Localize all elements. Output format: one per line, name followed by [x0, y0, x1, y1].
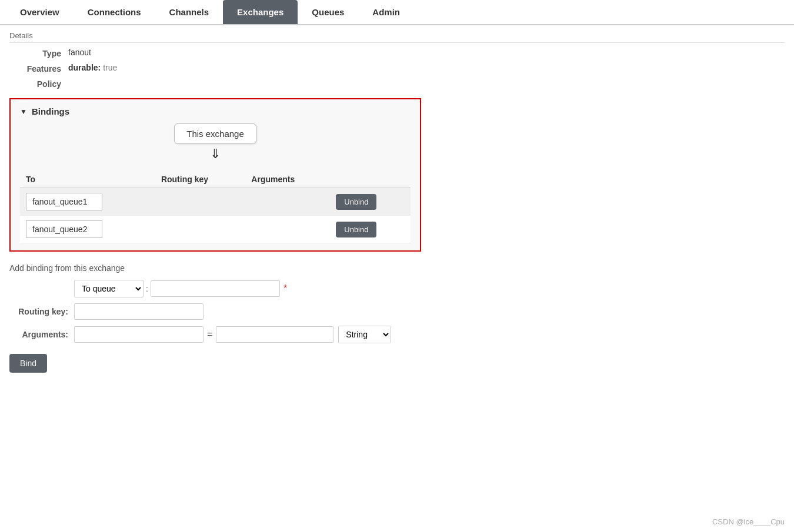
tab-queues[interactable]: Queues	[298, 0, 358, 24]
unbind-button[interactable]: Unbind	[336, 194, 376, 210]
features-label: Features	[9, 63, 68, 73]
tab-channels[interactable]: Channels	[155, 0, 223, 24]
binding-to-cell: fanout_queue1	[20, 188, 155, 216]
binding-routing-key-cell	[155, 216, 245, 243]
binding-arguments-cell	[245, 216, 330, 243]
col-routing-key: Routing key	[155, 171, 245, 188]
routing-key-input[interactable]	[74, 303, 203, 320]
arguments-value-input[interactable]	[216, 326, 333, 343]
required-star: *	[283, 283, 287, 294]
unbind-button[interactable]: Unbind	[336, 222, 376, 237]
tab-admin[interactable]: Admin	[358, 0, 414, 24]
table-row: fanout_queue2Unbind	[20, 216, 411, 243]
col-to: To	[20, 171, 155, 188]
binding-to-cell: fanout_queue2	[20, 216, 155, 243]
features-val: true	[103, 63, 117, 72]
routing-key-label: Routing key:	[9, 307, 74, 316]
tab-exchanges[interactable]: Exchanges	[223, 0, 298, 24]
binding-arguments-cell	[245, 188, 330, 216]
form-row-routing-key: Routing key:	[9, 303, 785, 320]
add-binding-title: Add binding from this exchange	[9, 263, 785, 273]
col-arguments: Arguments	[245, 171, 330, 188]
equals-sign: =	[207, 329, 212, 340]
tab-overview[interactable]: Overview	[6, 0, 74, 24]
bindings-header: ▼ Bindings	[20, 106, 411, 116]
binding-routing-key-cell	[155, 188, 245, 216]
queue-name: fanout_queue1	[26, 193, 102, 210]
type-value: fanout	[68, 48, 91, 58]
form-row-destination: To queue To exchange : *	[9, 280, 785, 297]
bindings-table: To Routing key Arguments fanout_queue1Un…	[20, 171, 411, 243]
queue-name: fanout_queue2	[26, 220, 102, 238]
details-section-title: Details	[9, 31, 785, 43]
chevron-down-icon: ▼	[20, 108, 27, 116]
table-row: fanout_queue1Unbind	[20, 188, 411, 216]
arguments-key-input[interactable]	[74, 326, 203, 343]
exchange-diagram: This exchange ⇓	[20, 123, 411, 162]
details-table: Type fanout Features durable: true Polic…	[9, 48, 785, 89]
tab-connections[interactable]: Connections	[74, 0, 155, 24]
binding-action-cell: Unbind	[330, 188, 411, 216]
details-row-features: Features durable: true	[9, 63, 785, 73]
arguments-label: Arguments:	[9, 330, 74, 339]
exchange-node: This exchange	[174, 123, 256, 144]
details-row-policy: Policy	[9, 78, 785, 89]
nav-tabs: Overview Connections Channels Exchanges …	[0, 0, 794, 25]
arguments-type-select[interactable]: String Number Boolean	[338, 326, 391, 343]
main-content: Details Type fanout Features durable: tr…	[0, 25, 794, 379]
arrow-down-icon: ⇓	[210, 146, 221, 162]
binding-action-cell: Unbind	[330, 216, 411, 243]
bindings-box: ▼ Bindings This exchange ⇓ To Routing ke…	[9, 98, 421, 252]
bindings-title: Bindings	[32, 106, 69, 116]
type-label: Type	[9, 48, 68, 58]
features-key: durable:	[68, 63, 101, 72]
bind-button[interactable]: Bind	[9, 354, 47, 373]
features-value: durable: true	[68, 63, 117, 73]
col-action	[330, 171, 411, 188]
form-row-arguments: Arguments: = String Number Boolean	[9, 326, 785, 343]
details-row-type: Type fanout	[9, 48, 785, 58]
destination-select[interactable]: To queue To exchange	[74, 280, 144, 297]
policy-label: Policy	[9, 78, 68, 89]
destination-input[interactable]	[151, 280, 280, 297]
